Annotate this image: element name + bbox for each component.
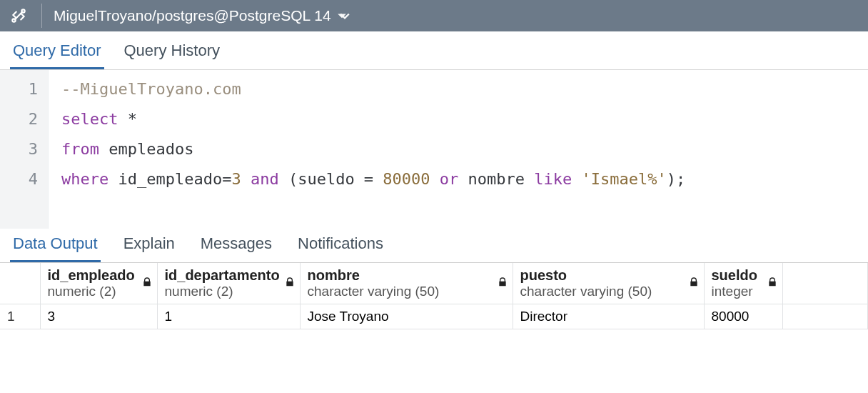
query-editor[interactable]: 1 2 3 4 --MiguelTroyano.com select * fro… [0,70,868,229]
token: empleados [99,140,193,158]
token-number: 3 [231,170,241,188]
connection-label: MiguelTroyano/postgres@PostgreSQL 14 [54,7,331,24]
cell[interactable]: 80000 [704,304,782,329]
col-name: puesto [520,267,697,284]
token: ); [667,170,686,188]
lock-icon [688,276,700,287]
line-gutter: 1 2 3 4 [0,70,49,229]
token-keyword: like [534,170,572,188]
token: nombre [468,170,535,188]
tab-query-history[interactable]: Query History [121,34,223,69]
token: id_empleado= [108,170,231,188]
lock-icon [497,276,508,287]
token-comment: --MiguelTroyano.com [61,80,241,98]
chevron-down-icon [337,10,350,22]
lock-icon [141,276,153,287]
col-name: nombre [308,267,505,284]
col-type: integer [712,284,775,299]
tab-query-editor[interactable]: Query Editor [10,34,104,69]
titlebar: MiguelTroyano/postgres@PostgreSQL 14 [0,0,868,31]
cell[interactable]: 1 [157,304,300,329]
lock-icon [767,276,778,287]
code-area[interactable]: --MiguelTroyano.com select * from emplea… [49,70,685,229]
result-tabs: Data Output Explain Messages Notificatio… [0,229,868,263]
col-type: numeric (2) [48,284,150,299]
token-string: 'Ismael%' [582,170,667,188]
token-number: 80000 [383,170,430,188]
tab-explain[interactable]: Explain [121,227,178,262]
col-header-empty [782,263,868,304]
token: * [118,110,137,128]
col-header[interactable]: puesto character varying (50) [513,263,704,304]
cell[interactable]: Jose Troyano [300,304,513,329]
cell-empty [782,304,868,329]
svg-point-1 [21,9,24,12]
editor-tabs: Query Editor Query History [0,31,868,70]
token-keyword: and [241,170,288,188]
line-number: 3 [0,134,38,164]
col-name: id_departamento [165,267,293,284]
cell[interactable]: 3 [40,304,157,329]
plug-icon [7,4,30,27]
token-keyword: or [430,170,468,188]
col-type: character varying (50) [520,284,697,299]
token-keyword: from [61,140,99,158]
line-number: 4 [0,164,38,194]
row-number[interactable]: 1 [0,304,40,329]
col-name: id_empleado [48,267,150,284]
result-grid[interactable]: id_empleado numeric (2) id_departamento … [0,263,868,329]
token-keyword: select [61,110,118,128]
token: (sueldo = [288,170,383,188]
tab-data-output[interactable]: Data Output [10,227,101,262]
token-keyword: where [61,170,108,188]
col-type: character varying (50) [308,284,505,299]
table-row[interactable]: 1 3 1 Jose Troyano Director 80000 [0,304,868,329]
tab-notifications[interactable]: Notifications [295,227,386,262]
line-number: 1 [0,74,38,104]
connection-dropdown[interactable]: MiguelTroyano/postgres@PostgreSQL 14 [54,7,350,24]
select-all-corner[interactable] [0,263,40,304]
token [572,170,581,188]
col-header[interactable]: id_departamento numeric (2) [157,263,300,304]
cell[interactable]: Director [513,304,704,329]
svg-point-0 [12,19,15,21]
col-header[interactable]: id_empleado numeric (2) [40,263,157,304]
col-header[interactable]: sueldo integer [704,263,782,304]
separator [41,4,42,28]
lock-icon [284,276,296,287]
col-type: numeric (2) [165,284,293,299]
header-row: id_empleado numeric (2) id_departamento … [0,263,868,304]
col-name: sueldo [712,267,775,284]
tab-messages[interactable]: Messages [198,227,275,262]
col-header[interactable]: nombre character varying (50) [300,263,513,304]
line-number: 2 [0,104,38,134]
